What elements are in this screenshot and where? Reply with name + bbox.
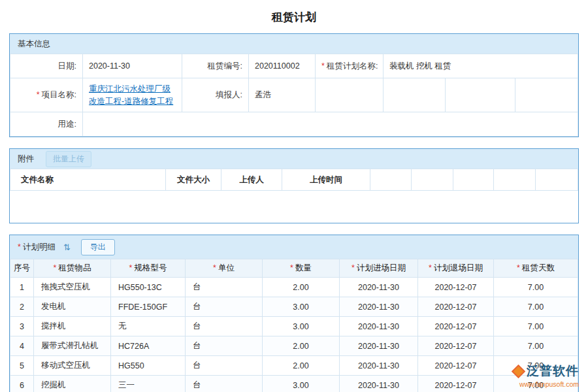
header-text: 租赁天数 [522,263,555,272]
table-row: 2 发电机 FFDE-150GF 台 3.00 2020-11-30 2020-… [10,297,578,317]
cell-index: 3 [10,317,34,336]
required-mark: * [321,61,325,71]
export-button[interactable]: 导出 [81,239,115,255]
cell-entry-date: 2020-11-30 [340,336,418,356]
col-header-exit-date: *计划退场日期 [418,259,494,278]
header-text: 序号 [14,263,30,272]
col-header-item: *租赁物品 [34,259,111,278]
cell-item: 履带式潜孔钻机 [34,336,111,356]
required-mark: * [429,263,432,272]
rent-no-value: 2020110002 [249,54,316,78]
col-header-uploader: 上传人 [221,169,282,191]
basic-info-title: 基本信息 [18,39,50,50]
plan-details-title: 计划明细 [23,242,56,252]
value-text: 孟浩 [255,90,271,99]
project-link[interactable]: 重庆江北污水处理厂级改造工程-道路修复工程 [89,83,176,108]
cell-model: 无 [111,317,186,336]
date-label: 日期: [10,54,83,78]
label-text: 日期: [58,61,76,71]
required-mark: * [37,90,40,99]
cell-rent-days: 7.00 [494,376,578,392]
table-row: 6 挖掘机 三一 台 3.00 2020-11-30 2020-12-07 7.… [10,376,578,392]
cell-entry-date: 2020-11-30 [340,376,418,392]
cell-model: HG550-13C [111,278,186,297]
cell-index: 5 [10,356,34,376]
header-text: 计划退场日期 [434,263,483,272]
col-header-quantity: *数量 [263,259,340,278]
attachments-header-row: 文件名称 文件大小 上传人 上传时间 [10,169,578,191]
label-text: 租赁编号: [208,61,242,71]
required-mark: * [129,263,133,272]
filler-label: 填报人: [182,78,249,112]
cell-unit: 台 [186,376,263,392]
plan-details-header: *计划明细 ⇅ 导出 [10,235,578,259]
cell-model: FFDE-150GF [111,297,186,317]
value-text: 2020110002 [255,61,300,71]
label-text: 用途: [58,120,76,129]
cell-index: 1 [10,278,34,297]
cell-quantity: 3.00 [263,297,340,317]
cell-model: HG550 [111,356,186,376]
empty-col-header [494,169,536,191]
cell-quantity: 2.00 [263,336,340,356]
col-header-rent-days: *租赁天数 [494,259,578,278]
empty-col-header [453,169,494,191]
filler-value: 孟浩 [249,78,316,112]
cell-exit-date: 2020-12-07 [418,297,494,317]
cell-item: 移动式空压机 [34,356,111,376]
cell-item: 挖掘机 [34,376,111,392]
required-mark: * [18,242,21,252]
cell-quantity: 3.00 [263,376,340,392]
cell-model: HC726A [111,336,186,356]
col-header-entry-date: *计划进场日期 [340,259,418,278]
required-mark: * [213,263,216,272]
cell-rent-days: 7.00 [494,317,578,336]
attachments-header: 附件 批量上传 [10,149,578,169]
cell-rent-days: 7.00 [494,297,578,317]
basic-info-row-2: *项目名称: 重庆江北污水处理厂级改造工程-道路修复工程 填报人: 孟浩 [10,78,578,112]
required-mark: * [351,263,355,272]
cell-index: 2 [10,297,34,317]
cell-rent-days: 7.00 [494,336,578,356]
empty-cell [515,78,578,112]
empty-col-header [536,169,578,191]
attachments-table: 文件名称 文件大小 上传人 上传时间 [10,169,578,191]
cell-exit-date: 2020-12-07 [418,317,494,336]
cell-item: 搅拌机 [34,317,111,336]
header-text: 单位 [218,263,235,272]
cell-unit: 台 [186,336,263,356]
batch-upload-button[interactable]: 批量上传 [46,151,91,167]
cell-unit: 台 [186,278,263,297]
usage-label: 用途: [10,112,83,137]
value-text: 2020-11-30 [89,61,130,71]
cell-quantity: 2.00 [263,356,340,376]
cell-item: 发电机 [34,297,111,317]
col-header-upload-time: 上传时间 [282,169,370,191]
basic-info-header: 基本信息 [10,34,578,54]
cell-entry-date: 2020-11-30 [340,278,418,297]
plan-details-table: 序号 *租赁物品 *规格型号 *单位 *数量 *计划进场日期 *计划退场日期 *… [10,259,578,392]
cell-entry-date: 2020-11-30 [340,297,418,317]
col-header-index: 序号 [10,259,34,278]
attachments-section: 附件 批量上传 文件名称 文件大小 上传人 上传时间 [9,148,579,223]
value-text: 装载机 挖机 租赁 [389,61,451,71]
cell-rent-days: 7.00 [494,278,578,297]
col-header-file-size: 文件大小 [166,169,221,191]
cell-index: 6 [10,376,34,392]
col-header-unit: *单位 [186,259,263,278]
cell-quantity: 3.00 [263,317,340,336]
sort-icon[interactable]: ⇅ [63,242,71,252]
col-header-file-name: 文件名称 [10,169,166,191]
header-text: 计划进场日期 [357,263,406,272]
table-row: 5 移动式空压机 HG550 台 2.00 2020-11-30 2020-12… [10,356,578,376]
empty-cell [446,78,515,112]
plan-name-label: *租赁计划名称: [316,54,384,78]
cell-unit: 台 [186,317,263,336]
table-row: 3 搅拌机 无 台 3.00 2020-11-30 2020-12-07 7.0… [10,317,578,336]
plan-details-title-wrap: *计划明细 [18,242,56,253]
cell-exit-date: 2020-12-07 [418,356,494,376]
page-title: 租赁计划 [9,0,579,33]
cell-quantity: 2.00 [263,278,340,297]
required-mark: * [290,263,293,272]
cell-exit-date: 2020-12-07 [418,336,494,356]
